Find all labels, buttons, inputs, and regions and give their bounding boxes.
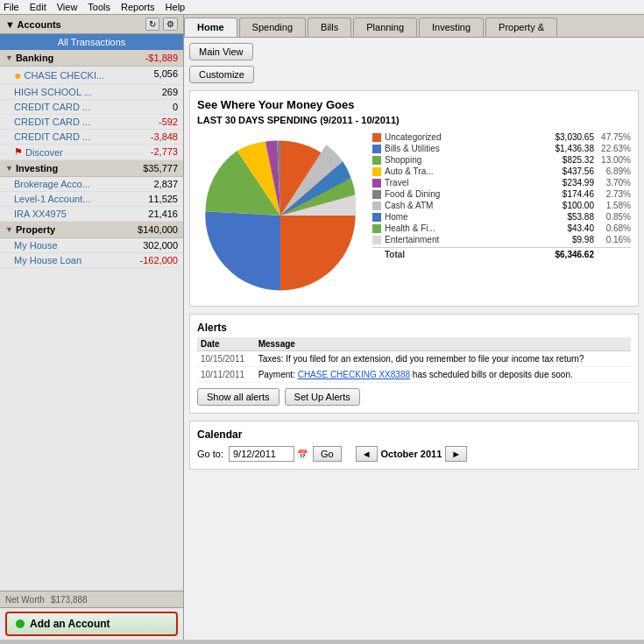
legend-item-pct: 1.58% <box>598 201 631 210</box>
triangle-icon: ▼ <box>5 19 15 30</box>
calendar-month: October 2011 <box>381 449 442 459</box>
account-amount: -592 <box>159 117 178 127</box>
tab-home[interactable]: Home <box>184 18 237 37</box>
legend-total-label: Total <box>385 250 540 259</box>
setup-alerts-button[interactable]: Set Up Alerts <box>285 388 360 406</box>
legend-color-swatch <box>372 224 381 233</box>
menu-edit[interactable]: Edit <box>30 2 46 12</box>
legend-item-pct: 13.00% <box>598 155 631 165</box>
list-item[interactable]: Level-1 Account... 11,525 <box>0 192 183 207</box>
account-amount: 2,837 <box>153 179 178 189</box>
all-transactions-link[interactable]: All Transactions <box>0 34 183 50</box>
legend-color-swatch <box>372 213 381 222</box>
calendar-prev-button[interactable]: ◄ <box>356 446 378 462</box>
legend-item: Home $53.88 0.85% <box>372 212 631 222</box>
list-item[interactable]: HIGH SCHOOL ... 269 <box>0 85 183 100</box>
tab-bills[interactable]: Bills <box>308 18 351 37</box>
account-name: ⚑ Discover <box>14 146 63 158</box>
main-view-button[interactable]: Main View <box>189 43 253 60</box>
calendar-icon[interactable]: 📅 <box>297 449 308 459</box>
list-item[interactable]: ⚑ Discover -2,773 <box>0 145 183 160</box>
net-worth-value: $173,888 <box>51 595 88 605</box>
calendar-input-group: 📅 <box>229 446 308 462</box>
legend-item-pct: 22.63% <box>598 144 631 153</box>
tab-investing[interactable]: Investing <box>419 18 484 37</box>
legend-item-pct: 0.68% <box>598 223 631 233</box>
legend-item-pct: 47.75% <box>598 132 631 142</box>
list-item[interactable]: IRA XX4975 21,416 <box>0 207 183 222</box>
legend-item-name: Health & Fi... <box>385 223 540 233</box>
legend-color-swatch <box>372 236 381 244</box>
property-section-header[interactable]: ▼ Property $140,000 <box>0 222 183 238</box>
legend-item-name: Uncategorized <box>385 132 540 142</box>
account-name: ● CHASE CHECKI... <box>14 68 104 82</box>
legend-color-swatch <box>372 179 381 188</box>
customize-button[interactable]: Customize <box>189 66 254 83</box>
account-name: IRA XX4975 <box>14 209 67 219</box>
table-row: 10/11/2011 Payment: CHASE CHECKING XX838… <box>197 367 631 383</box>
list-item[interactable]: Brokerage Acco... 2,837 <box>0 177 183 192</box>
list-item[interactable]: CREDIT CARD ... 0 <box>0 100 183 115</box>
menu-view[interactable]: View <box>57 2 78 12</box>
list-item[interactable]: My House Loan -162,000 <box>0 253 183 268</box>
account-amount: 302,000 <box>143 240 178 251</box>
account-amount: 21,416 <box>148 209 178 219</box>
menu-file[interactable]: File <box>4 2 19 12</box>
investing-total: $35,777 <box>143 163 178 173</box>
account-amount: -3,848 <box>151 131 178 142</box>
pie-slice-bills <box>205 211 280 290</box>
main-container: ▼ Accounts ↻ ⚙ All Transactions ▼ Bankin… <box>0 15 644 640</box>
list-item[interactable]: CREDIT CARD ... -592 <box>0 115 183 130</box>
content-area: Main View Customize See Where Your Money… <box>184 38 644 640</box>
legend-item: Cash & ATM $100.00 1.58% <box>372 201 631 210</box>
investing-title: ▼ Investing <box>5 163 58 173</box>
banking-section-header[interactable]: ▼ Banking -$1,889 <box>0 50 183 67</box>
calendar-go-label: Go to: <box>197 449 223 459</box>
add-account-button[interactable]: Add an Account <box>5 612 178 636</box>
legend-item: Health & Fi... $43.40 0.68% <box>372 223 631 233</box>
refresh-icon[interactable]: ↻ <box>145 18 159 31</box>
calendar-date-input[interactable] <box>229 446 294 462</box>
list-item[interactable]: ● CHASE CHECKI... 5,056 <box>0 67 183 85</box>
account-amount: 11,525 <box>148 194 178 204</box>
legend-item-pct: 6.89% <box>598 166 631 176</box>
menu-tools[interactable]: Tools <box>88 2 110 12</box>
list-item[interactable]: CREDIT CARD ... -3,848 <box>0 130 183 145</box>
tab-spending[interactable]: Spending <box>239 18 307 37</box>
alert-link[interactable]: CHASE CHECKING XX8388 <box>298 370 410 379</box>
calendar-go-button[interactable]: Go <box>313 446 342 462</box>
tab-property[interactable]: Property & <box>485 18 557 37</box>
legend-item-name: Food & Dining <box>385 189 540 199</box>
legend-item-name: Auto & Tra... <box>385 166 540 176</box>
legend-color-swatch <box>372 202 381 210</box>
pie-slice-uncategorized2 <box>280 216 356 291</box>
show-all-alerts-button[interactable]: Show all alerts <box>197 388 280 406</box>
list-item[interactable]: My House 302,000 <box>0 238 183 253</box>
legend-item-pct: 0.16% <box>598 235 631 244</box>
net-worth-label: Net Worth <box>5 595 45 605</box>
table-row: 10/15/2011 Taxes: If you filed for an ex… <box>197 351 631 367</box>
account-name: Brokerage Acco... <box>14 179 90 189</box>
right-panel: Home Spending Bills Planning Investing P… <box>184 15 644 640</box>
settings-icon[interactable]: ⚙ <box>163 18 178 31</box>
tab-planning[interactable]: Planning <box>353 18 417 37</box>
menu-reports[interactable]: Reports <box>121 2 155 12</box>
calendar-next-button[interactable]: ► <box>445 446 467 462</box>
legend-item-name: Shopping <box>385 155 540 165</box>
pie-chart <box>197 132 364 299</box>
green-dot-icon <box>16 619 25 628</box>
legend-item: Shopping $825.32 13.00% <box>372 155 631 165</box>
account-amount: 5,056 <box>153 68 178 82</box>
legend-item-amount: $174.46 <box>543 189 594 199</box>
spending-subtitle: LAST 30 DAYS SPENDING (9/2011 - 10/2011) <box>197 115 631 125</box>
legend-item-name: Cash & ATM <box>385 201 540 210</box>
alert-message: Taxes: If you filed for an extension, di… <box>255 351 631 367</box>
alert-date: 10/11/2011 <box>197 367 255 383</box>
calendar-section: Calendar Go to: 📅 Go ◄ October 2011 ► <box>189 421 639 470</box>
property-triangle: ▼ <box>5 225 13 234</box>
alerts-col-date: Date <box>197 337 255 351</box>
sidebar-header: ▼ Accounts ↻ ⚙ <box>0 15 183 34</box>
investing-section-header[interactable]: ▼ Investing $35,777 <box>0 160 183 177</box>
legend-color-swatch <box>372 167 381 176</box>
menu-help[interactable]: Help <box>166 2 186 12</box>
